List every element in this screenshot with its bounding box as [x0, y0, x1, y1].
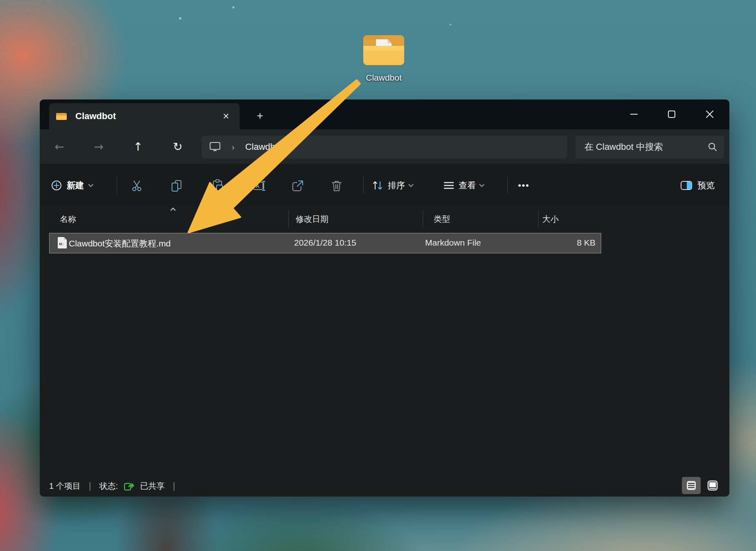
rename-icon: A	[252, 180, 266, 192]
address-bar: ← → ↑ ↻ › Clawdbot 在 Clawdbot 中搜索	[40, 129, 729, 164]
sort-ascending-icon	[170, 208, 176, 213]
more-options-button[interactable]: •••	[514, 175, 534, 196]
column-header-row: 名称 修改日期 类型 大小	[40, 207, 729, 230]
preview-button[interactable]: 预览	[676, 175, 719, 196]
minimize-button[interactable]	[622, 105, 646, 123]
preview-button-label: 预览	[697, 180, 715, 191]
thumbnail-view-toggle[interactable]	[703, 477, 722, 494]
command-bar: 新建	[40, 164, 729, 207]
file-explorer-window: Clawdbot ✕ + ← → ↑ ↻	[40, 99, 729, 497]
toolbar-divider	[507, 177, 508, 194]
column-header-name[interactable]: 名称	[60, 214, 76, 225]
breadcrumb-chevron-icon: ›	[232, 142, 235, 152]
trash-icon	[330, 179, 343, 192]
thumbnail-view-icon	[707, 480, 718, 491]
tab-title: Clawdbot	[75, 111, 219, 122]
breadcrumb[interactable]: Clawdbot	[245, 142, 283, 152]
view-button-label: 查看	[459, 180, 476, 191]
column-header-type[interactable]: 类型	[434, 214, 450, 225]
search-box[interactable]: 在 Clawdbot 中搜索	[575, 135, 724, 158]
new-button[interactable]: 新建	[46, 175, 97, 196]
tab-bar: Clawdbot ✕ +	[40, 99, 729, 129]
column-divider[interactable]	[423, 210, 423, 227]
forward-button[interactable]: →	[90, 138, 108, 156]
details-view-icon	[686, 480, 697, 491]
share-icon	[291, 179, 304, 192]
back-button[interactable]: ←	[50, 138, 68, 156]
delete-button[interactable]	[328, 177, 346, 195]
view-toggles	[682, 477, 722, 494]
chevron-down-icon	[88, 182, 93, 187]
desktop-folder-label: Clawdbot	[346, 73, 421, 83]
paste-button[interactable]	[209, 177, 227, 195]
markdown-file-icon: M↓	[57, 237, 67, 251]
column-header-size[interactable]: 大小	[542, 214, 559, 225]
sort-icon	[371, 179, 384, 192]
chevron-down-icon	[479, 182, 484, 187]
new-button-label: 新建	[67, 180, 84, 191]
close-button[interactable]	[697, 105, 722, 123]
search-input[interactable]: 在 Clawdbot 中搜索	[584, 141, 708, 153]
toolbar-divider	[363, 177, 364, 194]
toolbar-divider	[117, 177, 117, 194]
shared-status-text: 已共享	[140, 481, 165, 492]
copy-button[interactable]	[167, 177, 186, 195]
share-button[interactable]	[289, 177, 307, 195]
new-tab-button[interactable]: +	[252, 108, 268, 124]
copy-icon	[170, 179, 183, 192]
sort-button-label: 排序	[388, 180, 405, 191]
file-row-selected[interactable]: M↓ Clawdbot安装配置教程.md 2026/1/28 10:15 Mar…	[49, 233, 601, 253]
ellipsis-icon: •••	[518, 181, 530, 190]
tab-folder-icon	[56, 112, 67, 121]
address-input[interactable]: › Clawdbot	[201, 135, 567, 158]
file-size: 8 KB	[577, 238, 595, 248]
status-divider: |	[89, 481, 91, 491]
tab-close-icon[interactable]: ✕	[219, 109, 233, 123]
refresh-button[interactable]: ↻	[169, 138, 187, 156]
column-divider[interactable]	[538, 210, 539, 227]
file-date-modified: 2026/1/28 10:15	[294, 238, 356, 248]
rename-button[interactable]: A	[250, 177, 268, 195]
view-lines-icon	[443, 181, 455, 190]
status-divider: |	[173, 481, 175, 491]
status-label: 状态:	[99, 481, 118, 492]
maximize-button[interactable]	[659, 105, 684, 123]
search-icon	[708, 142, 718, 152]
up-button[interactable]: ↑	[129, 138, 147, 156]
desktop: Clawdbot Clawdbot ✕ +	[0, 0, 756, 551]
column-divider[interactable]	[288, 210, 289, 227]
file-name[interactable]: Clawdbot安装配置教程.md	[69, 238, 171, 249]
chevron-down-icon	[408, 182, 414, 187]
maximize-icon	[668, 110, 676, 118]
tab-clawdbot[interactable]: Clawdbot ✕	[49, 103, 240, 129]
preview-pane-icon	[680, 181, 693, 190]
sort-button[interactable]: 排序	[367, 175, 417, 196]
column-header-date[interactable]: 修改日期	[296, 214, 328, 225]
this-pc-icon	[209, 142, 221, 152]
close-icon	[705, 110, 714, 119]
details-view-toggle[interactable]	[682, 477, 701, 494]
paste-icon	[212, 179, 224, 192]
scissors-icon	[131, 179, 144, 192]
shared-status-icon	[124, 481, 134, 491]
view-button[interactable]: 查看	[439, 175, 488, 196]
file-type: Markdown File	[425, 238, 481, 248]
svg-text:A: A	[256, 183, 259, 189]
svg-text:M↓: M↓	[59, 242, 64, 246]
plus-circle-icon	[51, 180, 62, 191]
minimize-icon	[630, 110, 638, 118]
folder-icon	[360, 29, 407, 70]
desktop-folder-clawdbot[interactable]: Clawdbot	[346, 29, 421, 83]
cut-button[interactable]	[128, 177, 146, 195]
status-bar: 1 个项目 | 状态: 已共享 |	[40, 475, 729, 497]
item-count: 1 个项目	[49, 481, 81, 492]
